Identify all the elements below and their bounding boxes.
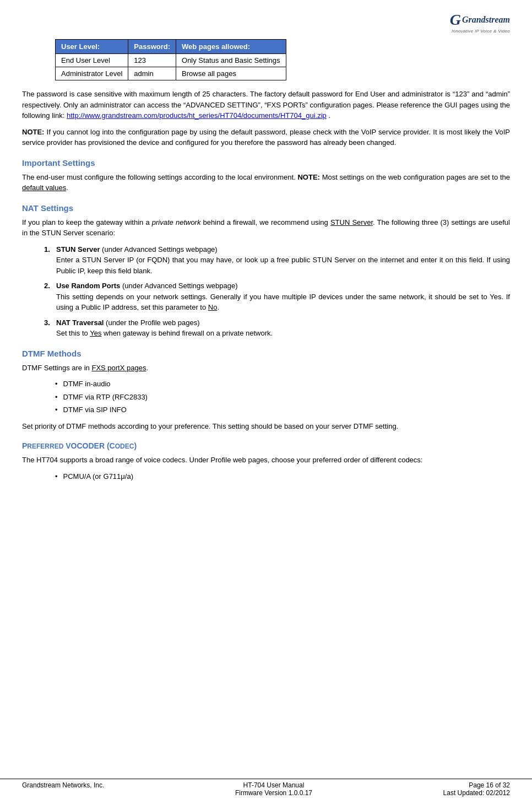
nat-item-3-content: NAT Traversal (under the Profile web pag… — [56, 317, 510, 339]
footer-right: Page 16 of 32 Last Updated: 02/2012 — [443, 781, 510, 797]
nat-item-2-subheading: (under Advanced Settings webpage) — [120, 282, 237, 290]
nat-item-3-subheading: (under the Profile web pages) — [104, 318, 199, 327]
vocoder-bullet-1: • PCMU/A (or G711μ/a) — [55, 471, 510, 482]
nat-item-1-num: 1. — [44, 244, 56, 277]
vocoder-bullet-1-text: PCMU/A (or G711μ/a) — [63, 471, 133, 482]
footer-center: HT-704 User Manual Firmware Version 1.0.… — [235, 781, 312, 797]
dtmf-bullet-3-text: DTMF via SIP INFO — [63, 404, 127, 415]
note-text: If you cannot log into the configuration… — [22, 128, 510, 147]
cell-password-2: admin — [128, 67, 176, 80]
dtmf-bullet-2: • DTMF via RTP (RFC2833) — [55, 392, 510, 403]
footer-left: Grandstream Networks, Inc. — [22, 781, 104, 797]
no-underline: No — [208, 303, 218, 311]
nat-traversal-label: NAT Traversal — [56, 318, 104, 327]
nat-item-2-content: Use Random Ports (under Advanced Setting… — [56, 280, 510, 313]
table-row: Administrator Level admin Browse all pag… — [56, 67, 286, 80]
nat-item-1-subheading: (under Advanced Settings webpage) — [100, 245, 217, 253]
dtmf-closing-paragraph: Set priority of DTMF methods according t… — [22, 421, 510, 432]
footer-firmware: Firmware Version 1.0.0.17 — [235, 789, 312, 797]
important-note-bold: NOTE: — [297, 173, 319, 181]
cell-user-level-2: Administrator Level — [56, 67, 128, 80]
gui-link[interactable]: http://www.grandstream.com/products/ht_s… — [67, 111, 327, 120]
logo-area: G Grandstream Innovative IP Voice & Vide… — [22, 11, 510, 34]
dtmf-bullet-2-text: DTMF via RTP (RFC2833) — [63, 392, 148, 403]
nat-item-1-content: STUN Server (under Advanced Settings web… — [56, 244, 510, 277]
page-content: G Grandstream Innovative IP Voice & Vide… — [0, 0, 532, 506]
password-note-paragraph: The password is case sensitive with maxi… — [22, 89, 510, 121]
dtmf-intro-paragraph: DTMF Settings are in FXS portX pages. — [22, 363, 510, 374]
nat-item-2-num: 2. — [44, 280, 56, 313]
nat-item-3-detail: Set this to Yes when gateway is behind f… — [56, 329, 273, 337]
use-random-ports-label: Use Random Ports — [56, 282, 120, 290]
nat-item-2-detail: This setting depends on your network set… — [56, 293, 510, 312]
bullet-icon-2: • — [55, 392, 58, 403]
table-row: End User Level 123 Only Status and Basic… — [56, 54, 286, 67]
nat-item-1-detail: Enter a STUN Server IP (or FQDN) that yo… — [56, 256, 510, 275]
yes-underline: Yes — [90, 329, 101, 337]
user-level-table: User Level: Password: Web pages allowed:… — [55, 39, 286, 80]
col-header-user-level: User Level: — [56, 40, 128, 54]
logo-tagline: Innovative IP Voice & Video — [452, 29, 510, 34]
bullet-icon-3: • — [55, 404, 58, 415]
col-header-web-pages: Web pages allowed: — [176, 40, 286, 54]
important-settings-heading: Important Settings — [22, 158, 510, 168]
important-settings-text: The end-user must configure the followin… — [22, 172, 510, 193]
stun-server-label: STUN Server — [56, 245, 100, 253]
note-section: NOTE: If you cannot log into the configu… — [22, 127, 510, 148]
nat-settings-heading: NAT Settings — [22, 203, 510, 213]
vocoder-label: VOCODER (CODEC) — [66, 441, 137, 450]
preferred-vocoder-text: The HT704 supports a broad range of voic… — [22, 455, 510, 466]
footer-page: Page 16 of 32 — [443, 781, 510, 789]
cell-password-1: 123 — [128, 54, 176, 67]
nat-numbered-list: 1. STUN Server (under Advanced Settings … — [44, 244, 510, 339]
dtmf-bullet-1: • DTMF in-audio — [55, 379, 510, 390]
nat-item-3: 3. NAT Traversal (under the Profile web … — [44, 317, 510, 339]
private-network-italic: private network — [152, 218, 201, 226]
vocoder-bullet-icon-1: • — [55, 471, 58, 482]
cell-user-level-1: End User Level — [56, 54, 128, 67]
important-settings-body: The end-user must configure the followin… — [22, 173, 510, 192]
nat-intro-paragraph: If you plan to keep the gateway within a… — [22, 217, 510, 239]
fxs-portx-underline: FXS portX pages — [91, 364, 146, 372]
footer-title: HT-704 User Manual — [235, 781, 312, 789]
table-header-row: User Level: Password: Web pages allowed: — [56, 40, 286, 54]
footer-date: Last Updated: 02/2012 — [443, 789, 510, 797]
page-footer: Grandstream Networks, Inc. HT-704 User M… — [0, 779, 532, 799]
dtmf-bullet-3: • DTMF via SIP INFO — [55, 404, 510, 415]
note-paragraph: NOTE: If you cannot log into the configu… — [22, 127, 510, 148]
grandstream-logo: G Grandstream Innovative IP Voice & Vide… — [450, 11, 510, 34]
dtmf-bullet-1-text: DTMF in-audio — [63, 379, 111, 390]
stun-server-underline: STUN Server — [330, 218, 373, 226]
nat-item-1: 1. STUN Server (under Advanced Settings … — [44, 244, 510, 277]
dtmf-methods-heading: DTMF Methods — [22, 349, 510, 358]
nat-item-2: 2. Use Random Ports (under Advanced Sett… — [44, 280, 510, 313]
logo-brand-name: Grandstream — [462, 15, 510, 25]
period: . — [328, 111, 330, 120]
bullet-icon-1: • — [55, 379, 58, 390]
cell-pages-2: Browse all pages — [176, 67, 286, 80]
col-header-password: Password: — [128, 40, 176, 54]
nat-item-3-num: 3. — [44, 317, 56, 339]
logo-letter-g: G — [450, 11, 461, 29]
preferred-label: PREFERRED — [22, 441, 63, 450]
preferred-vocoder-heading: PREFERRED VOCODER (CODEC) — [22, 441, 510, 450]
default-values-underline: default values — [22, 183, 66, 192]
note-label: NOTE: — [22, 128, 44, 136]
cell-pages-1: Only Status and Basic Settings — [176, 54, 286, 67]
